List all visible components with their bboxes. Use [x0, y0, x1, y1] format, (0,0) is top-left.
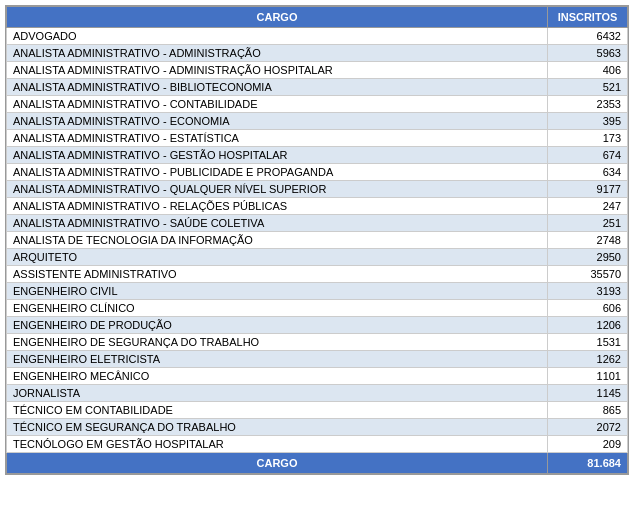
inscritos-cell: 406	[548, 62, 628, 79]
inscritos-cell: 247	[548, 198, 628, 215]
inscritos-cell: 395	[548, 113, 628, 130]
table-row: JORNALISTA1145	[7, 385, 628, 402]
cargo-cell: JORNALISTA	[7, 385, 548, 402]
table-footer-row: CARGO 81.684	[7, 453, 628, 474]
cargo-cell: ANALISTA ADMINISTRATIVO - GESTÃO HOSPITA…	[7, 147, 548, 164]
table-row: ANALISTA ADMINISTRATIVO - ADMINISTRAÇÃO5…	[7, 45, 628, 62]
cargo-cell: ENGENHEIRO CIVIL	[7, 283, 548, 300]
cargo-cell: ANALISTA ADMINISTRATIVO - ESTATÍSTICA	[7, 130, 548, 147]
cargo-cell: ANALISTA ADMINISTRATIVO - RELAÇÕES PÚBLI…	[7, 198, 548, 215]
cargo-cell: TÉCNICO EM CONTABILIDADE	[7, 402, 548, 419]
cargo-cell: ANALISTA ADMINISTRATIVO - SAÚDE COLETIVA	[7, 215, 548, 232]
table-row: TECNÓLOGO EM GESTÃO HOSPITALAR209	[7, 436, 628, 453]
main-table-container: CARGO INSCRITOS ADVOGADO6432ANALISTA ADM…	[5, 5, 629, 475]
footer-cargo: CARGO	[7, 453, 548, 474]
cargo-cell: TÉCNICO EM SEGURANÇA DO TRABALHO	[7, 419, 548, 436]
table-row: TÉCNICO EM SEGURANÇA DO TRABALHO2072	[7, 419, 628, 436]
table-row: ANALISTA ADMINISTRATIVO - BIBLIOTECONOMI…	[7, 79, 628, 96]
cargo-cell: ASSISTENTE ADMINISTRATIVO	[7, 266, 548, 283]
table-row: ANALISTA DE TECNOLOGIA DA INFORMAÇÃO2748	[7, 232, 628, 249]
inscritos-cell: 2072	[548, 419, 628, 436]
inscritos-cell: 2950	[548, 249, 628, 266]
table-row: ASSISTENTE ADMINISTRATIVO35570	[7, 266, 628, 283]
cargo-cell: ENGENHEIRO CLÍNICO	[7, 300, 548, 317]
cargo-cell: TECNÓLOGO EM GESTÃO HOSPITALAR	[7, 436, 548, 453]
inscritos-cell: 521	[548, 79, 628, 96]
table-row: ANALISTA ADMINISTRATIVO - QUALQUER NÍVEL…	[7, 181, 628, 198]
inscritos-cell: 674	[548, 147, 628, 164]
table-row: ENGENHEIRO DE SEGURANÇA DO TRABALHO1531	[7, 334, 628, 351]
table-row: ANALISTA ADMINISTRATIVO - ESTATÍSTICA173	[7, 130, 628, 147]
inscritos-cell: 2353	[548, 96, 628, 113]
table-row: ANALISTA ADMINISTRATIVO - SAÚDE COLETIVA…	[7, 215, 628, 232]
table-header-row: CARGO INSCRITOS	[7, 7, 628, 28]
inscritos-cell: 251	[548, 215, 628, 232]
cargo-cell: ENGENHEIRO DE SEGURANÇA DO TRABALHO	[7, 334, 548, 351]
table-row: ANALISTA ADMINISTRATIVO - RELAÇÕES PÚBLI…	[7, 198, 628, 215]
cargo-cell: ANALISTA DE TECNOLOGIA DA INFORMAÇÃO	[7, 232, 548, 249]
table-row: TÉCNICO EM CONTABILIDADE865	[7, 402, 628, 419]
cargo-cell: ENGENHEIRO MECÂNICO	[7, 368, 548, 385]
inscritos-cell: 1531	[548, 334, 628, 351]
cargo-cell: ENGENHEIRO DE PRODUÇÃO	[7, 317, 548, 334]
header-inscritos: INSCRITOS	[548, 7, 628, 28]
table-row: ENGENHEIRO DE PRODUÇÃO1206	[7, 317, 628, 334]
inscritos-cell: 35570	[548, 266, 628, 283]
table-body: ADVOGADO6432ANALISTA ADMINISTRATIVO - AD…	[7, 28, 628, 453]
cargo-cell: ANALISTA ADMINISTRATIVO - CONTABILIDADE	[7, 96, 548, 113]
table-row: ARQUITETO2950	[7, 249, 628, 266]
footer-total: 81.684	[548, 453, 628, 474]
cargo-cell: ANALISTA ADMINISTRATIVO - ADMINISTRAÇÃO	[7, 45, 548, 62]
cargo-cell: ANALISTA ADMINISTRATIVO - PUBLICIDADE E …	[7, 164, 548, 181]
inscritos-cell: 173	[548, 130, 628, 147]
cargo-cell: ANALISTA ADMINISTRATIVO - ECONOMIA	[7, 113, 548, 130]
table-row: ENGENHEIRO ELETRICISTA1262	[7, 351, 628, 368]
inscritos-cell: 1262	[548, 351, 628, 368]
inscritos-cell: 2748	[548, 232, 628, 249]
table-row: ENGENHEIRO CIVIL3193	[7, 283, 628, 300]
inscritos-cell: 634	[548, 164, 628, 181]
inscritos-cell: 1145	[548, 385, 628, 402]
table-row: ANALISTA ADMINISTRATIVO - ECONOMIA395	[7, 113, 628, 130]
inscritos-cell: 209	[548, 436, 628, 453]
table-row: ANALISTA ADMINISTRATIVO - ADMINISTRAÇÃO …	[7, 62, 628, 79]
inscritos-cell: 1101	[548, 368, 628, 385]
cargo-cell: ANALISTA ADMINISTRATIVO - BIBLIOTECONOMI…	[7, 79, 548, 96]
cargo-cell: ENGENHEIRO ELETRICISTA	[7, 351, 548, 368]
inscritos-cell: 1206	[548, 317, 628, 334]
inscritos-cell: 9177	[548, 181, 628, 198]
cargo-cell: ANALISTA ADMINISTRATIVO - QUALQUER NÍVEL…	[7, 181, 548, 198]
cargo-table: CARGO INSCRITOS ADVOGADO6432ANALISTA ADM…	[6, 6, 628, 474]
table-row: ANALISTA ADMINISTRATIVO - CONTABILIDADE2…	[7, 96, 628, 113]
header-cargo: CARGO	[7, 7, 548, 28]
cargo-cell: ANALISTA ADMINISTRATIVO - ADMINISTRAÇÃO …	[7, 62, 548, 79]
inscritos-cell: 865	[548, 402, 628, 419]
cargo-cell: ARQUITETO	[7, 249, 548, 266]
cargo-cell: ADVOGADO	[7, 28, 548, 45]
table-row: ANALISTA ADMINISTRATIVO - PUBLICIDADE E …	[7, 164, 628, 181]
inscritos-cell: 606	[548, 300, 628, 317]
table-row: ENGENHEIRO MECÂNICO1101	[7, 368, 628, 385]
inscritos-cell: 5963	[548, 45, 628, 62]
inscritos-cell: 3193	[548, 283, 628, 300]
table-row: ENGENHEIRO CLÍNICO606	[7, 300, 628, 317]
inscritos-cell: 6432	[548, 28, 628, 45]
table-row: ANALISTA ADMINISTRATIVO - GESTÃO HOSPITA…	[7, 147, 628, 164]
table-row: ADVOGADO6432	[7, 28, 628, 45]
